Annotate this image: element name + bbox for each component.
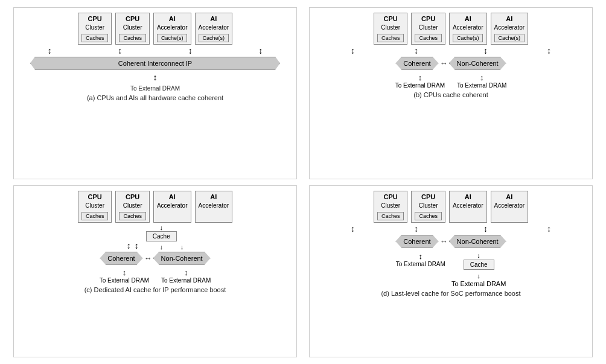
banner-b-coherent-label: Coherent (403, 60, 430, 67)
banner-c-coherent-label: Coherent (107, 255, 135, 262)
dram-a: To External DRAM (130, 85, 180, 92)
bottom-cache-d: Cache (464, 260, 494, 270)
unit-ai1-c: AI Accelerator (153, 191, 191, 223)
unit-cpu1-a: CPU Cluster Caches (78, 13, 112, 45)
unit-cpu1-b: CPU Cluster Caches (374, 13, 408, 45)
dram-c-left-label: To External DRAM (100, 277, 149, 284)
banner-d-coherent-label: Coherent (403, 238, 430, 245)
banner-c-noncoherent-label: Non-Coherent (161, 255, 203, 262)
horiz-arrow-d: ↔ (440, 237, 448, 246)
unit-cpu1-a-title: CPU (88, 15, 102, 23)
banner-a-label: Coherent Interconnect IP (118, 60, 192, 67)
horiz-arrow-b: ↔ (440, 59, 448, 68)
unit-ai2-a-cache: Cache(s) (199, 34, 229, 42)
main-container: CPU Cluster Caches CPU Cluster Caches AI… (13, 7, 593, 357)
unit-cpu2-b: CPU Cluster Caches (411, 13, 445, 45)
banner-a: Coherent Interconnect IP (30, 57, 280, 70)
caption-a: (a) CPUs and AIs all hardware cache cohe… (87, 94, 223, 101)
dual-banner-d: Coherent ↔ Non-Coherent (395, 235, 506, 248)
unit-cpu1-d: CPU Cluster Caches (374, 191, 408, 223)
unit-cpu2-d: CPU Cluster Caches (411, 191, 445, 223)
unit-cpu2-a-title: CPU (126, 15, 139, 23)
diagram-b: CPU Cluster Caches CPU Cluster Caches AI… (309, 7, 593, 179)
diagram-d: CPU Cluster Caches CPU Cluster Caches AI… (309, 185, 593, 357)
banner-b-coherent: Coherent (395, 57, 438, 70)
caption-c: (c) Dedicated AI cache for IP performanc… (85, 286, 226, 293)
unit-cpu2-a-cache: Caches (119, 34, 146, 42)
unit-cpu2-a-sub: Cluster (123, 24, 142, 31)
unit-ai1-a-title: AI (169, 15, 176, 23)
unit-ai2-a: AI Accelerator Cache(s) (195, 13, 233, 45)
banner-b-noncoherent-label: Non-Coherent (457, 60, 499, 67)
banner-d-noncoherent: Non-Coherent (449, 235, 506, 248)
horiz-arrow-c: ↔ (144, 254, 152, 263)
diagram-a: CPU Cluster Caches CPU Cluster Caches AI… (13, 7, 297, 179)
dram-d-right-label: To External DRAM (451, 280, 506, 287)
dram-b-left: ↕ To External DRAM (395, 73, 445, 89)
unit-ai1-d: AI Accelerator (449, 191, 487, 223)
unit-ai2-d: AI Accelerator (491, 191, 529, 223)
unit-ai1-a-cache: Cache(s) (157, 34, 188, 42)
unit-cpu1-a-cache: Caches (81, 34, 109, 42)
banner-b-noncoherent: Non-Coherent (449, 57, 506, 70)
dram-c-left: ↕ To External DRAM (100, 268, 149, 284)
dual-banner-c: Coherent ↔ Non-Coherent (100, 252, 210, 265)
dram-d-left-label: To External DRAM (396, 261, 445, 267)
unit-ai1-b: AI Accelerator Cache(s) (449, 13, 487, 45)
unit-cpu2-a: CPU Cluster Caches (115, 13, 150, 45)
diagram-c: CPU Cluster Caches CPU Cluster Caches AI… (13, 185, 297, 357)
unit-ai2-a-title: AI (210, 15, 217, 23)
unit-ai2-c: AI Accelerator (195, 191, 233, 223)
banner-d-noncoherent-label: Non-Coherent (457, 238, 499, 245)
dual-banner-b: Coherent ↔ Non-Coherent (395, 57, 506, 70)
dram-b-right: ↕ To External DRAM (457, 73, 506, 89)
unit-cpu1-a-sub: Cluster (85, 24, 104, 31)
dram-c-right: ↕ To External DRAM (161, 268, 211, 284)
dram-b-right-label: To External DRAM (457, 82, 506, 89)
caption-b: (b) CPUs cache coherent (413, 91, 488, 98)
unit-ai2-a-sub: Accelerator (199, 24, 229, 31)
dram-d-left: ↕ To External DRAM (396, 252, 445, 267)
banner-c-noncoherent: Non-Coherent (153, 252, 211, 265)
unit-cpu1-c: CPU Cluster Caches (78, 191, 112, 223)
unit-ai2-b: AI Accelerator Cache(s) (491, 13, 529, 45)
unit-cpu2-c: CPU Cluster Caches (115, 191, 150, 223)
mid-cache-c: Cache (146, 231, 177, 241)
banner-d-coherent: Coherent (395, 235, 438, 248)
caption-d: (d) Last-level cache for SoC performance… (381, 290, 520, 297)
dram-b-left-label: To External DRAM (395, 82, 445, 89)
unit-ai1-a: AI Accelerator Cache(s) (153, 13, 191, 45)
dram-c-right-label: To External DRAM (161, 277, 211, 284)
unit-ai1-a-sub: Accelerator (157, 24, 188, 31)
banner-c-coherent: Coherent (100, 252, 142, 265)
